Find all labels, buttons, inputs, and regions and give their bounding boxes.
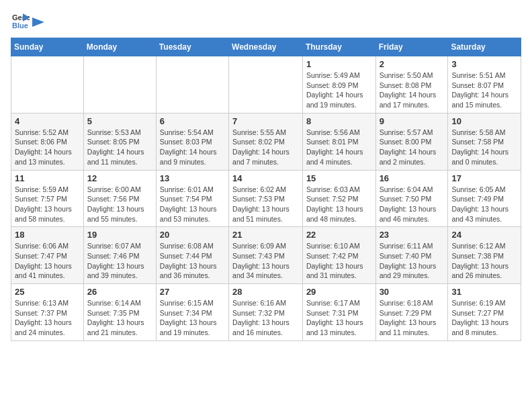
day-info: Sunrise: 6:18 AM Sunset: 7:29 PM Dayligh… [380,298,445,338]
calendar-week-5: 25Sunrise: 6:13 AM Sunset: 7:37 PM Dayli… [11,284,521,341]
day-number: 13 [160,173,225,183]
calendar-cell: 19Sunrise: 6:07 AM Sunset: 7:46 PM Dayli… [83,227,156,284]
calendar-cell: 2Sunrise: 5:50 AM Sunset: 8:08 PM Daylig… [375,56,448,113]
day-info: Sunrise: 6:11 AM Sunset: 7:40 PM Dayligh… [380,241,445,281]
day-info: Sunrise: 6:03 AM Sunset: 7:52 PM Dayligh… [306,185,372,224]
day-number: 31 [451,287,517,297]
calendar-cell: 24Sunrise: 6:12 AM Sunset: 7:38 PM Dayli… [448,227,521,284]
day-number: 6 [160,116,225,126]
day-info: Sunrise: 6:19 AM Sunset: 7:27 PM Dayligh… [451,298,517,338]
calendar-cell: 11Sunrise: 5:59 AM Sunset: 7:57 PM Dayli… [11,170,84,227]
day-number: 26 [87,287,152,297]
calendar-cell: 26Sunrise: 6:14 AM Sunset: 7:35 PM Dayli… [83,284,156,341]
calendar-cell [229,56,303,113]
calendar-cell: 6Sunrise: 5:54 AM Sunset: 8:03 PM Daylig… [156,113,228,170]
calendar-cell: 15Sunrise: 6:03 AM Sunset: 7:52 PM Dayli… [302,170,375,227]
day-number: 7 [232,116,299,126]
day-info: Sunrise: 6:15 AM Sunset: 7:34 PM Dayligh… [160,298,225,338]
calendar-cell: 5Sunrise: 5:53 AM Sunset: 8:05 PM Daylig… [83,113,156,170]
calendar-cell: 25Sunrise: 6:13 AM Sunset: 7:37 PM Dayli… [11,284,84,341]
calendar-cell: 16Sunrise: 6:04 AM Sunset: 7:50 PM Dayli… [375,170,448,227]
header-sunday: Sunday [11,38,84,56]
day-number: 29 [306,287,372,297]
calendar-header-row: SundayMondayTuesdayWednesdayThursdayFrid… [11,38,521,56]
calendar-cell: 29Sunrise: 6:17 AM Sunset: 7:31 PM Dayli… [302,284,375,341]
calendar-week-4: 18Sunrise: 6:06 AM Sunset: 7:47 PM Dayli… [11,227,521,284]
day-info: Sunrise: 6:00 AM Sunset: 7:56 PM Dayligh… [87,185,152,224]
logo-arrow-icon [32,15,44,30]
day-info: Sunrise: 5:58 AM Sunset: 7:58 PM Dayligh… [451,128,517,167]
day-info: Sunrise: 6:17 AM Sunset: 7:31 PM Dayligh… [306,298,372,338]
header-wednesday: Wednesday [229,38,303,56]
day-info: Sunrise: 5:54 AM Sunset: 8:03 PM Dayligh… [160,128,225,167]
calendar-cell: 30Sunrise: 6:18 AM Sunset: 7:29 PM Dayli… [375,284,448,341]
calendar-cell [11,56,84,113]
calendar-cell [83,56,156,113]
day-number: 15 [306,173,372,183]
header-saturday: Saturday [448,38,521,56]
day-info: Sunrise: 6:01 AM Sunset: 7:54 PM Dayligh… [160,185,225,224]
day-info: Sunrise: 6:14 AM Sunset: 7:35 PM Dayligh… [87,298,152,338]
day-number: 23 [380,230,445,240]
day-info: Sunrise: 6:16 AM Sunset: 7:32 PM Dayligh… [232,298,299,338]
calendar-cell: 14Sunrise: 6:02 AM Sunset: 7:53 PM Dayli… [229,170,303,227]
calendar-cell: 18Sunrise: 6:06 AM Sunset: 7:47 PM Dayli… [11,227,84,284]
day-info: Sunrise: 6:12 AM Sunset: 7:38 PM Dayligh… [451,241,517,281]
day-number: 10 [451,116,517,126]
page-header: General Blue [11,11,521,30]
day-number: 5 [87,116,152,126]
day-info: Sunrise: 5:49 AM Sunset: 8:09 PM Dayligh… [306,71,372,110]
calendar-cell: 4Sunrise: 5:52 AM Sunset: 8:06 PM Daylig… [11,113,84,170]
day-info: Sunrise: 5:56 AM Sunset: 8:01 PM Dayligh… [306,128,372,167]
day-info: Sunrise: 6:02 AM Sunset: 7:53 PM Dayligh… [232,185,299,224]
day-info: Sunrise: 5:57 AM Sunset: 8:00 PM Dayligh… [380,128,445,167]
day-info: Sunrise: 6:05 AM Sunset: 7:49 PM Dayligh… [451,185,517,224]
calendar-cell: 21Sunrise: 6:09 AM Sunset: 7:43 PM Dayli… [229,227,303,284]
day-number: 27 [160,287,225,297]
day-number: 24 [451,230,517,240]
calendar-cell: 3Sunrise: 5:51 AM Sunset: 8:07 PM Daylig… [448,56,521,113]
day-info: Sunrise: 6:08 AM Sunset: 7:44 PM Dayligh… [160,241,225,281]
day-info: Sunrise: 5:51 AM Sunset: 8:07 PM Dayligh… [451,71,517,110]
day-number: 19 [87,230,152,240]
day-number: 30 [380,287,445,297]
day-number: 4 [15,116,80,126]
day-number: 11 [15,173,80,183]
day-info: Sunrise: 6:04 AM Sunset: 7:50 PM Dayligh… [380,185,445,224]
calendar-cell: 13Sunrise: 6:01 AM Sunset: 7:54 PM Dayli… [156,170,228,227]
calendar-cell: 22Sunrise: 6:10 AM Sunset: 7:42 PM Dayli… [302,227,375,284]
calendar-cell [156,56,228,113]
calendar-cell: 7Sunrise: 5:55 AM Sunset: 8:02 PM Daylig… [229,113,303,170]
day-number: 8 [306,116,372,126]
day-info: Sunrise: 5:53 AM Sunset: 8:05 PM Dayligh… [87,128,152,167]
day-number: 25 [15,287,80,297]
calendar-cell: 27Sunrise: 6:15 AM Sunset: 7:34 PM Dayli… [156,284,228,341]
day-number: 17 [451,173,517,183]
day-number: 28 [232,287,299,297]
calendar-cell: 9Sunrise: 5:57 AM Sunset: 8:00 PM Daylig… [375,113,448,170]
header-thursday: Thursday [302,38,375,56]
day-number: 1 [306,59,372,69]
day-number: 21 [232,230,299,240]
day-number: 3 [451,59,517,69]
logo: General Blue [11,11,44,30]
svg-text:Blue: Blue [12,21,28,30]
day-info: Sunrise: 5:59 AM Sunset: 7:57 PM Dayligh… [15,185,80,224]
day-number: 14 [232,173,299,183]
calendar-cell: 10Sunrise: 5:58 AM Sunset: 7:58 PM Dayli… [448,113,521,170]
day-info: Sunrise: 6:09 AM Sunset: 7:43 PM Dayligh… [232,241,299,281]
day-info: Sunrise: 6:10 AM Sunset: 7:42 PM Dayligh… [306,241,372,281]
calendar-week-1: 1Sunrise: 5:49 AM Sunset: 8:09 PM Daylig… [11,56,521,113]
day-info: Sunrise: 6:13 AM Sunset: 7:37 PM Dayligh… [15,298,80,338]
day-number: 18 [15,230,80,240]
day-info: Sunrise: 5:55 AM Sunset: 8:02 PM Dayligh… [232,128,299,167]
day-info: Sunrise: 5:52 AM Sunset: 8:06 PM Dayligh… [15,128,80,167]
day-info: Sunrise: 6:07 AM Sunset: 7:46 PM Dayligh… [87,241,152,281]
calendar-cell: 17Sunrise: 6:05 AM Sunset: 7:49 PM Dayli… [448,170,521,227]
day-number: 20 [160,230,225,240]
day-number: 16 [380,173,445,183]
svg-marker-3 [32,17,44,27]
header-friday: Friday [375,38,448,56]
header-monday: Monday [83,38,156,56]
day-info: Sunrise: 5:50 AM Sunset: 8:08 PM Dayligh… [380,71,445,110]
